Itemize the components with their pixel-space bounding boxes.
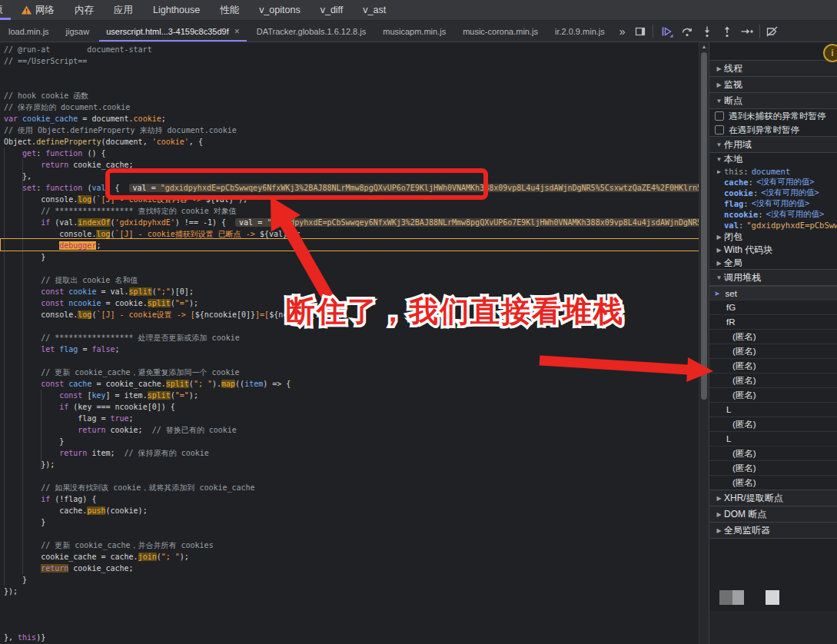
devtools-window: 源 网络内存应用Lighthouse性能v_opitonsv_diffv_ast… <box>0 0 837 644</box>
callstack-frame-(匿名)[interactable]: (匿名) <box>709 344 837 359</box>
code-line: cookie_cache = cache.join("; "); <box>4 551 698 563</box>
scope-variable-cookie[interactable]: cookie:<没有可用的值> <box>709 188 837 198</box>
panel-tab-内存[interactable]: 内存 <box>65 0 104 20</box>
panel-tab-sources-clipped[interactable]: 源 <box>0 0 11 20</box>
checkbox-label: 遇到未捕获的异常时暂停 <box>729 111 826 122</box>
scrollbar-thumb[interactable] <box>701 52 707 400</box>
panel-tab-sources-label: 源 <box>0 4 3 17</box>
callstack-frame-set[interactable]: ➤set <box>709 286 837 300</box>
frame-label: (匿名) <box>732 390 756 401</box>
chevron-right-icon: ▶ <box>714 247 724 254</box>
step-into-button[interactable] <box>697 21 717 41</box>
file-tab-userscript.html...3-4159c8c35d9f[interactable]: userscript.html...3-4159c8c35d9f× <box>98 21 248 41</box>
deactivate-breakpoints-button[interactable] <box>762 21 782 41</box>
scope-variable-this[interactable]: ▶this:document <box>709 166 837 177</box>
scope-group-闭包[interactable]: ▶闭包 <box>709 231 837 244</box>
scope-group-label: With 代码块 <box>724 244 772 257</box>
callstack-frame-(匿名)[interactable]: (匿名) <box>709 388 837 403</box>
scope-group-本地[interactable]: ▼本地 <box>709 153 837 166</box>
info-icon[interactable]: i <box>823 44 837 62</box>
code-line: if (!flag) { <box>4 493 698 505</box>
file-tab-musicapm.min.js[interactable]: musicapm.min.js <box>374 21 454 41</box>
sidebar-section-断点[interactable]: ▼断点 <box>709 92 837 109</box>
callstack-frame-(匿名)[interactable]: (匿名) <box>709 359 837 373</box>
frame-label: (匿名) <box>732 419 756 430</box>
sidebar-section-XHR/提取断点[interactable]: ▶XHR/提取断点 <box>709 490 837 506</box>
code-line: // 更新 cookie_cache，并合并所有 cookies <box>4 539 698 551</box>
checkbox[interactable] <box>715 125 724 134</box>
callstack-frame-L[interactable]: L <box>709 403 837 417</box>
sidebar-section-全局监听器[interactable]: ▶全局监听器 <box>709 522 837 539</box>
step-over-icon <box>681 25 693 38</box>
callstack-frame-(匿名)[interactable]: (匿名) <box>709 417 837 432</box>
scope-group-全局[interactable]: ▶全局 <box>709 257 837 270</box>
panel-tab-label: Lighthouse <box>153 5 200 15</box>
sidebar-section-作用域[interactable]: ▼作用域 <box>709 136 837 153</box>
file-tab-label: load.min.js <box>8 27 49 36</box>
sidebar-section-调用堆栈[interactable]: ▼调用堆栈 <box>709 269 837 286</box>
scope-variable-flag[interactable]: flag:<没有可用的值> <box>709 198 837 209</box>
panel-tab-v_diff[interactable]: v_diff <box>311 0 354 20</box>
code-line: } <box>4 516 698 528</box>
panel-tab-应用[interactable]: 应用 <box>104 0 143 20</box>
file-tabs: load.min.jsjigsawuserscript.html...3-415… <box>0 21 613 41</box>
sidebar-section-线程[interactable]: ▶线程 <box>709 60 837 77</box>
sidebar-section-监视[interactable]: ▶监视 <box>709 76 837 93</box>
callstack-frame-fR[interactable]: fR <box>709 315 837 330</box>
callstack-frame-(匿名)[interactable]: (匿名) <box>709 476 837 490</box>
close-tab-icon[interactable]: × <box>234 26 240 37</box>
variable-value: document <box>752 167 791 176</box>
resume-script-button[interactable] <box>657 21 677 41</box>
file-tab-ir.2.0.9.min.js[interactable]: ir.2.0.9.min.js <box>546 21 613 41</box>
panel-tab-网络[interactable]: 网络 <box>11 0 65 20</box>
step-over-button[interactable] <box>677 21 697 41</box>
frame-label: (匿名) <box>732 448 756 460</box>
step-icon <box>740 25 754 38</box>
scope-variable-val[interactable]: val:"gdxidpyhxdE=pCbSwwqe <box>709 220 837 231</box>
callstack-frame-L[interactable]: L <box>709 432 837 446</box>
chevron-down-icon: ▼ <box>714 98 724 105</box>
file-tab-music-corona.min.js[interactable]: music-corona.min.js <box>454 21 546 41</box>
colon: : <box>758 210 762 219</box>
sidebar-empty-area <box>709 611 837 644</box>
scroll-up-arrow[interactable]: ▲ <box>699 42 709 51</box>
file-tab-DATracker.globals.1.6.12.8.js[interactable]: DATracker.globals.1.6.12.8.js <box>248 21 374 41</box>
scope-variable-ncookie[interactable]: ncookie:<没有可用的值> <box>709 209 837 220</box>
frame-label: (匿名) <box>732 360 756 372</box>
hide-navigator-button[interactable] <box>630 21 650 41</box>
sidebar-sections: ▶线程▶监视▼断点遇到未捕获的异常时暂停在遇到异常时暂停▼作用域▼本地▶this… <box>709 60 837 539</box>
sidebar-section-DOM 断点[interactable]: ▶DOM 断点 <box>709 506 837 523</box>
callstack-frame-(匿名)[interactable]: (匿名) <box>709 446 837 461</box>
panel-tab-bar: 源 网络内存应用Lighthouse性能v_opitonsv_diffv_ast <box>0 0 837 21</box>
panel-tab-v_opitons[interactable]: v_opitons <box>249 0 311 20</box>
file-tab-label: music-corona.min.js <box>463 27 538 36</box>
panel-tab-Lighthouse[interactable]: Lighthouse <box>143 0 210 20</box>
scope-group-With 代码块[interactable]: ▶With 代码块 <box>709 244 837 257</box>
code-line <box>4 67 698 78</box>
chevron-right-icon: ▶ <box>714 81 724 88</box>
callstack-frame-(匿名)[interactable]: (匿名) <box>709 461 837 476</box>
step-button[interactable] <box>737 21 757 41</box>
callstack-frame-(匿名)[interactable]: (匿名) <box>709 373 837 388</box>
file-tab-load.min.js[interactable]: load.min.js <box>0 21 58 41</box>
checkbox[interactable] <box>715 111 724 121</box>
variable-value: <没有可用的值> <box>766 209 825 220</box>
file-tab-jigsaw[interactable]: jigsaw <box>58 21 98 41</box>
more-tabs-button[interactable]: » <box>613 21 630 41</box>
variable-name: this <box>724 167 743 176</box>
checkbox-label: 在遇到异常时暂停 <box>729 124 799 136</box>
step-out-button[interactable] <box>717 21 737 41</box>
file-tab-label: userscript.html...3-4159c8c35d9f <box>106 27 229 36</box>
panel-tab-性能[interactable]: 性能 <box>210 0 249 20</box>
code-line: Object.defineProperty(document, 'cookie'… <box>4 136 698 148</box>
vertical-scrollbar[interactable]: ▲ <box>699 42 709 644</box>
variable-value: <没有可用的值> <box>756 177 815 188</box>
code-line: // 更新 cookie_cache，避免重复添加同一个 cookie <box>4 367 698 378</box>
code-line: debugger; <box>4 240 698 251</box>
scope-variable-cache[interactable]: cache:<没有可用的值> <box>709 177 837 188</box>
panel-tab-v_ast[interactable]: v_ast <box>353 0 396 20</box>
callstack-frame-(匿名)[interactable]: (匿名) <box>709 330 837 344</box>
toolbar-divider <box>759 25 760 38</box>
code-line: get: function () { <box>4 148 698 159</box>
callstack-frame-fG[interactable]: fG <box>709 300 837 315</box>
